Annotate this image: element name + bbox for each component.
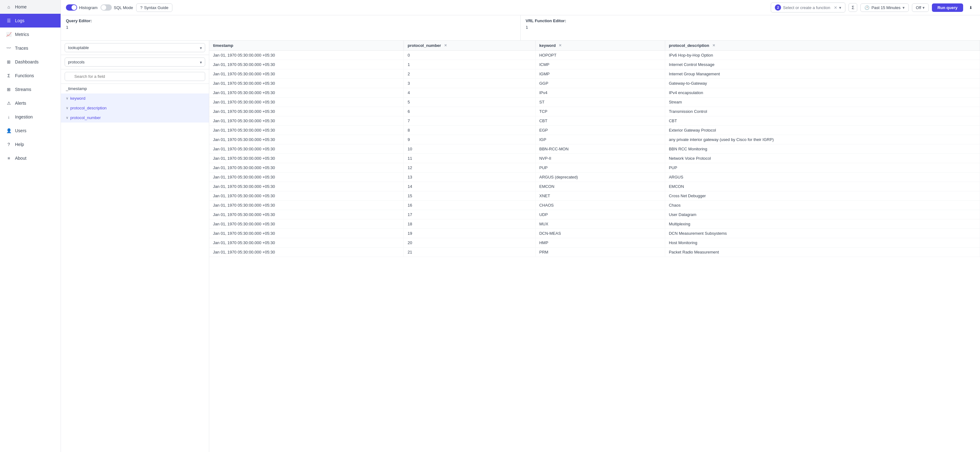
field-item-_timestamp[interactable]: _timestamp: [61, 84, 209, 93]
syntax-guide-label: Syntax Guide: [144, 5, 168, 10]
cell-protocol_description: Gateway-to-Gateway: [665, 79, 980, 88]
cell-keyword: BBN-RCC-MON: [535, 144, 665, 154]
sidebar-item-dashboards[interactable]: ⊞ Dashboards: [0, 55, 60, 69]
off-button[interactable]: Off ▾: [912, 3, 929, 12]
sidebar-item-functions[interactable]: Σ Functions: [0, 69, 60, 83]
sidebar-item-streams[interactable]: ⊞ Streams: [0, 83, 60, 96]
col-remove-keyword[interactable]: ✕: [559, 43, 562, 48]
table-row: Jan 01, 1970 05:30:00.000 +05:3011NVP-II…: [209, 154, 980, 163]
field-item-protocol_description[interactable]: ∨protocol_description: [61, 103, 209, 113]
protocols-select-wrapper: protocols: [65, 57, 205, 67]
cell-keyword: HMP: [535, 238, 665, 248]
cell-keyword: PUP: [535, 163, 665, 172]
cell-protocol_number: 11: [404, 154, 536, 163]
cell-timestamp: Jan 01, 1970 05:30:00.000 +05:30: [209, 144, 404, 154]
download-icon[interactable]: ⬇: [966, 3, 975, 12]
vrl-editor-title: VRL Function Editor:: [526, 18, 975, 23]
query-editor-content[interactable]: 1: [66, 25, 515, 30]
sidebar-item-label: Metrics: [15, 32, 29, 37]
cell-keyword: EGP: [535, 126, 665, 135]
sidebar-item-traces[interactable]: 〰 Traces: [0, 41, 60, 55]
cell-timestamp: Jan 01, 1970 05:30:00.000 +05:30: [209, 191, 404, 201]
sidebar-item-about[interactable]: ≡ About: [0, 151, 60, 165]
question-icon: ?: [140, 5, 142, 10]
field-name: keyword: [70, 96, 204, 101]
table-row: Jan 01, 1970 05:30:00.000 +05:308EGPExte…: [209, 126, 980, 135]
cell-keyword: XNET: [535, 191, 665, 201]
cell-protocol_description: Host Monitoring: [665, 238, 980, 248]
col-label-keyword: keyword: [539, 43, 556, 48]
col-remove-protocol_number[interactable]: ✕: [444, 43, 447, 48]
cell-keyword: HOPOPT: [535, 51, 665, 60]
cell-timestamp: Jan 01, 1970 05:30:00.000 +05:30: [209, 97, 404, 107]
field-item-protocol_number[interactable]: ∨protocol_number: [61, 113, 209, 123]
col-header-protocol_description: protocol_description ✕: [665, 41, 980, 51]
cell-timestamp: Jan 01, 1970 05:30:00.000 +05:30: [209, 238, 404, 248]
users-icon: 👤: [6, 128, 12, 134]
cell-protocol_number: 10: [404, 144, 536, 154]
sql-mode-toggle[interactable]: [100, 4, 112, 11]
sidebar-item-label: Logs: [15, 18, 24, 23]
cell-protocol_number: 18: [404, 219, 536, 229]
metrics-icon: 📈: [6, 31, 12, 38]
sidebar-item-alerts[interactable]: ⚠ Alerts: [0, 96, 60, 110]
chevron-down-icon: ∨: [66, 106, 68, 110]
sidebar-item-label: Traces: [15, 46, 28, 51]
sidebar-item-ingestion[interactable]: ↓ Ingestion: [0, 110, 60, 124]
cell-timestamp: Jan 01, 1970 05:30:00.000 +05:30: [209, 229, 404, 238]
about-icon: ≡: [6, 155, 12, 161]
data-table-container: timestamp protocol_number ✕ keyword ✕ pr…: [209, 41, 980, 452]
cell-protocol_description: Transmission Control: [665, 107, 980, 116]
cell-timestamp: Jan 01, 1970 05:30:00.000 +05:30: [209, 154, 404, 163]
col-remove-protocol_description[interactable]: ✕: [712, 43, 715, 48]
cell-protocol_description: Internet Control Message: [665, 60, 980, 69]
sidebar-item-home[interactable]: ⌂ Home: [0, 0, 60, 14]
table-row: Jan 01, 1970 05:30:00.000 +05:305STStrea…: [209, 97, 980, 107]
table-row: Jan 01, 1970 05:30:00.000 +05:306TCPTran…: [209, 107, 980, 116]
sub-table-selector-container: protocols: [61, 55, 209, 69]
table-row: Jan 01, 1970 05:30:00.000 +05:309IGPany …: [209, 135, 980, 144]
cell-protocol_number: 7: [404, 116, 536, 126]
cell-protocol_description: Exterior Gateway Protocol: [665, 126, 980, 135]
cell-keyword: NVP-II: [535, 154, 665, 163]
run-query-button[interactable]: Run query: [932, 3, 963, 12]
sidebar-item-label: Alerts: [15, 101, 26, 105]
field-item-keyword[interactable]: ∨keyword: [61, 93, 209, 103]
sidebar-item-label: Dashboards: [15, 59, 39, 64]
cell-protocol_number: 6: [404, 107, 536, 116]
vrl-editor-content[interactable]: 1: [526, 25, 975, 30]
cell-protocol_description: User Datagram: [665, 210, 980, 219]
home-icon: ⌂: [6, 4, 12, 10]
sidebar-item-label: Home: [15, 4, 27, 10]
sidebar-item-logs[interactable]: ☰ Logs: [0, 14, 60, 27]
histogram-toggle[interactable]: [66, 4, 77, 11]
query-editor-title: Query Editor:: [66, 18, 515, 23]
table-row: Jan 01, 1970 05:30:00.000 +05:3015XNETCr…: [209, 191, 980, 201]
sigma-icon[interactable]: Σ: [848, 3, 857, 12]
cell-protocol_description: IPv4 encapsulation: [665, 88, 980, 97]
function-selector[interactable]: 2 Select or create a function ✕ ▾: [771, 3, 845, 13]
sidebar-item-users[interactable]: 👤 Users: [0, 124, 60, 137]
lookuptable-select[interactable]: lookuptable: [65, 43, 205, 52]
logs-icon: ☰: [6, 18, 12, 24]
sidebar-item-metrics[interactable]: 📈 Metrics: [0, 27, 60, 41]
cell-protocol_number: 4: [404, 88, 536, 97]
table-row: Jan 01, 1970 05:30:00.000 +05:302IGMPInt…: [209, 69, 980, 79]
cell-timestamp: Jan 01, 1970 05:30:00.000 +05:30: [209, 163, 404, 172]
cell-protocol_number: 14: [404, 182, 536, 191]
cell-protocol_description: Cross Net Debugger: [665, 191, 980, 201]
editor-area: Query Editor: 1 VRL Function Editor: 1: [61, 15, 980, 41]
time-range-button[interactable]: 🕐 Past 15 Minutes ▾: [861, 3, 908, 12]
table-row: Jan 01, 1970 05:30:00.000 +05:3013ARGUS …: [209, 172, 980, 182]
search-field-input[interactable]: [65, 72, 205, 81]
cell-protocol_number: 9: [404, 135, 536, 144]
protocols-select[interactable]: protocols: [65, 57, 205, 67]
syntax-guide-button[interactable]: ? Syntax Guide: [136, 3, 172, 12]
cell-timestamp: Jan 01, 1970 05:30:00.000 +05:30: [209, 88, 404, 97]
sql-mode-label: SQL Mode: [114, 5, 133, 10]
close-icon[interactable]: ✕: [834, 5, 837, 10]
cell-keyword: TCP: [535, 107, 665, 116]
sidebar-item-help[interactable]: ? Help: [0, 137, 60, 151]
cell-timestamp: Jan 01, 1970 05:30:00.000 +05:30: [209, 116, 404, 126]
sidebar-item-label: Help: [15, 142, 24, 147]
